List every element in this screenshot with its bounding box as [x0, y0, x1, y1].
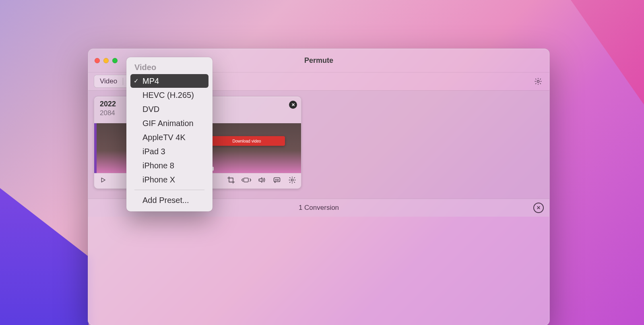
svg-rect-2 — [274, 178, 280, 182]
check-icon: ✓ — [134, 77, 139, 85]
format-select-separator — [123, 78, 123, 85]
subtitles-button[interactable] — [272, 176, 282, 186]
menu-item-label: iPhone 8 — [142, 161, 174, 170]
menu-item-label: GIF Animation — [142, 119, 194, 128]
menu-item-label: DVD — [142, 105, 159, 114]
clear-all-button[interactable]: ✕ — [533, 203, 544, 213]
close-icon: ✕ — [537, 205, 541, 211]
menu-item-appletv-4k[interactable]: AppleTV 4K — [130, 130, 208, 144]
status-text: 1 Conversion — [299, 204, 339, 212]
play-icon — [99, 176, 107, 185]
card-settings-button[interactable] — [287, 176, 297, 186]
thumbnail-overlay-banner: Download video — [208, 136, 285, 146]
subtitles-icon — [272, 176, 281, 186]
trim-button[interactable] — [242, 176, 251, 186]
menu-item-hevc-h-265[interactable]: HEVC (H.265) — [130, 88, 208, 102]
menu-item-label: MP4 — [142, 77, 159, 86]
format-popover: Video ✓MP4HEVC (H.265)DVDGIF AnimationAp… — [126, 57, 213, 211]
gear-icon — [534, 77, 542, 85]
remove-card-button[interactable]: ✕ — [289, 101, 297, 109]
popover-section-label: Video — [129, 60, 210, 74]
speaker-icon — [257, 176, 266, 186]
crop-button[interactable] — [226, 176, 236, 186]
menu-item-ipad-3[interactable]: iPad 3 — [130, 145, 208, 158]
menu-item-label: Add Preset... — [142, 196, 189, 205]
menu-item-add-preset[interactable]: Add Preset... — [130, 193, 208, 207]
menu-item-iphone-8[interactable]: iPhone 8 — [130, 159, 208, 172]
svg-point-0 — [537, 80, 539, 82]
menu-item-label: iPhone X — [142, 175, 175, 184]
svg-point-3 — [291, 179, 293, 181]
gear-icon — [288, 176, 296, 186]
wallpaper-accent-bl — [0, 188, 89, 325]
popover-divider — [134, 190, 204, 190]
crop-icon — [227, 176, 235, 186]
wallpaper-accent-tr — [539, 0, 644, 105]
trim-icon — [241, 176, 252, 186]
svg-rect-1 — [244, 178, 248, 182]
menu-item-label: HEVC (H.265) — [142, 91, 194, 100]
menu-item-iphone-x[interactable]: iPhone X — [130, 173, 208, 186]
menu-item-gif-animation[interactable]: GIF Animation — [130, 116, 208, 130]
format-category-label: Video — [100, 77, 117, 85]
play-button[interactable] — [98, 176, 108, 186]
close-icon: ✕ — [291, 102, 295, 108]
menu-item-mp4[interactable]: ✓MP4 — [130, 74, 208, 88]
settings-button[interactable] — [533, 76, 544, 87]
volume-button[interactable] — [257, 176, 266, 186]
menu-item-label: AppleTV 4K — [142, 133, 186, 142]
menu-item-label: iPad 3 — [142, 147, 165, 156]
menu-item-dvd[interactable]: DVD — [130, 102, 208, 116]
